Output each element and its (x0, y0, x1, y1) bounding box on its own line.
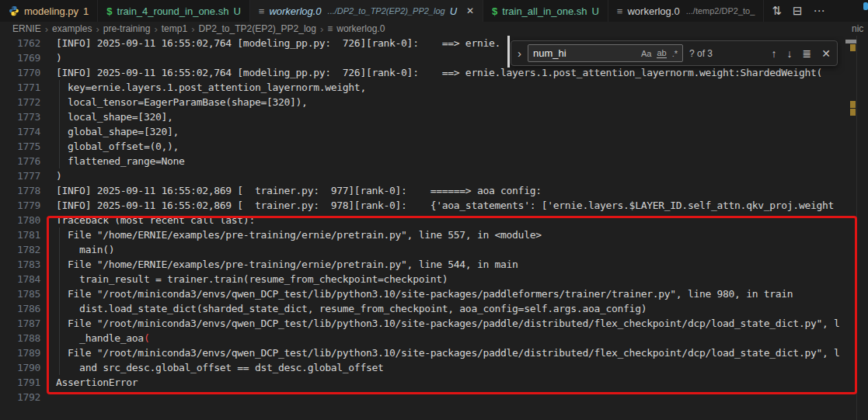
chevron-right-icon: › (320, 23, 323, 35)
log-line-text: and src_desc.global_offset == dst_desc.g… (56, 360, 384, 375)
line-number: 1789 (0, 345, 51, 360)
scrollbar-slider-cap (845, 40, 856, 43)
log-line-text: AssertionError (56, 375, 138, 390)
tab-modeling-py[interactable]: modeling.py 1 (0, 0, 98, 22)
find-input[interactable]: num_hi Aa ab .* (528, 44, 683, 62)
indent-guide (59, 154, 60, 168)
editor-content[interactable]: 1762[INFO] 2025-09-11 16:55:02,764 [mode… (0, 36, 868, 420)
close-icon[interactable]: ✕ (466, 5, 474, 16)
tab-label: workerlog.0 (269, 5, 321, 17)
log-line: 1790 and src_desc.global_offset == dst_d… (0, 360, 868, 375)
search-match-marker (850, 101, 856, 108)
indent-guide (59, 139, 60, 154)
breadcrumb-item[interactable]: temp1 (162, 23, 187, 34)
indent-guide (59, 95, 60, 109)
indent-guide (59, 272, 60, 286)
indent-guide (59, 242, 60, 257)
line-number: 1776 (0, 154, 51, 168)
breadcrumb-item[interactable]: examples (52, 23, 92, 34)
line-number: 1788 (0, 331, 51, 345)
breadcrumb-item[interactable]: ERNIE (12, 23, 41, 34)
breadcrumb-item[interactable]: pre-training (103, 23, 151, 34)
line-number: 1773 (0, 109, 51, 124)
tab-badge: 1 (83, 5, 89, 17)
log-line-text: flattened_range=None (56, 154, 185, 168)
tab-train-all-in-one-sh[interactable]: $ train_all_in_one.sh U (483, 0, 608, 22)
breadcrumb-item[interactable]: DP2_to_TP2(EP2)_PP2_log (198, 23, 315, 34)
editor-lines: 1762[INFO] 2025-09-11 16:55:02,764 [mode… (0, 36, 868, 404)
chevron-right-icon: › (96, 23, 99, 35)
log-line: 1777) (0, 168, 868, 183)
search-match-marker (850, 44, 856, 51)
python-icon (9, 5, 19, 16)
tab-label: train_all_in_one.sh (502, 5, 587, 17)
tab-description: .../DP2_to_TP2(EP2)_PP2_log (328, 6, 445, 16)
line-number: 1772 (0, 95, 51, 109)
line-number: 1782 (0, 242, 51, 257)
editor-actions: ⇅ ⊟ ⋯ (764, 0, 832, 22)
next-match-icon[interactable]: ↓ (787, 48, 793, 59)
log-line: 1780Traceback (most recent call last): (0, 213, 868, 227)
log-line: 1787 File "/root/miniconda3/envs/qwen_DC… (0, 316, 868, 331)
log-line: 1778[INFO] 2025-09-11 16:55:02,869 [ tra… (0, 183, 868, 198)
clipped-text-fragment: nic (852, 23, 863, 34)
tab-badge: U (233, 5, 240, 17)
breadcrumb: ERNIE › examples › pre-training › temp1 … (0, 22, 868, 36)
swap-editors-icon[interactable]: ⇅ (772, 4, 782, 18)
log-line: 1792 (0, 390, 868, 404)
indent-guide (59, 124, 60, 139)
log-line-text: File "/home/ERNIE/examples/pre-training/… (56, 257, 518, 272)
line-number: 1791 (0, 375, 51, 390)
log-line-text: [INFO] 2025-09-11 16:55:02,764 [modeling… (56, 65, 822, 80)
unmatched-bracket: ( (144, 332, 150, 344)
match-case-icon[interactable]: Aa (641, 49, 651, 58)
find-widget-sash[interactable] (507, 36, 510, 68)
log-line: 1788 _handle_aoa( (0, 331, 868, 345)
log-line-text: [INFO] 2025-09-11 16:55:02,764 [modeling… (56, 36, 500, 50)
log-line-text: [INFO] 2025-09-11 16:55:02,869 [ trainer… (56, 183, 542, 198)
log-line-text: File "/home/ERNIE/examples/pre-training/… (56, 227, 542, 242)
line-number: 1777 (0, 168, 51, 183)
tab-workerlog-0-temp2[interactable]: ≡ workerlog.0 .../temp2/DP2_to_ (608, 0, 764, 22)
search-match-marker (850, 109, 856, 116)
log-line-text: local_tensor=EagerParamBase(shape=[320])… (56, 95, 308, 109)
line-number: 1785 (0, 286, 51, 301)
close-icon[interactable]: ✕ (821, 48, 831, 59)
indent-guide (59, 301, 60, 316)
tab-workerlog-0-active[interactable]: ≡ workerlog.0 .../DP2_to_TP2(EP2)_PP2_lo… (250, 0, 483, 22)
tab-train-4-round-in-one-sh[interactable]: $ train_4_round_in_one.sh U (98, 0, 249, 22)
clipped-tab-icon (863, 2, 868, 10)
tab-bar: modeling.py 1 $ train_4_round_in_one.sh … (0, 0, 868, 22)
log-line: 1786 dist.load_state_dict(sharded_state_… (0, 301, 868, 316)
tab-label: train_4_round_in_one.sh (117, 5, 229, 17)
whole-word-icon[interactable]: ab (657, 48, 666, 58)
overview-ruler-scrollbar[interactable] (856, 36, 868, 420)
log-line: 1775 global_offset=(0,), (0, 139, 868, 154)
find-in-selection-icon[interactable]: ≣ (803, 48, 812, 59)
toggle-replace-chevron-icon[interactable]: › (518, 47, 521, 59)
indent-guide (59, 80, 60, 95)
log-line: 1783 File "/home/ERNIE/examples/pre-trai… (0, 257, 868, 272)
line-number: 1781 (0, 227, 51, 242)
line-number: 1780 (0, 213, 51, 227)
line-number: 1775 (0, 139, 51, 154)
line-number: 1770 (0, 65, 51, 80)
log-line: 1789 File "/root/miniconda3/envs/qwen_DC… (0, 345, 868, 360)
indent-guide (59, 331, 60, 345)
tab-badge: U (450, 5, 457, 17)
previous-match-icon[interactable]: ↑ (772, 48, 777, 59)
tab-description: .../temp2/DP2_to_ (686, 6, 755, 16)
log-line: 1791AssertionError (0, 375, 868, 390)
regex-icon[interactable]: .* (672, 49, 678, 58)
line-number: 1787 (0, 316, 51, 331)
shell-script-icon: $ (106, 5, 112, 17)
log-line: 1776 flattened_range=None (0, 154, 868, 168)
more-actions-icon[interactable]: ⋯ (813, 4, 824, 18)
line-number: 1790 (0, 360, 51, 375)
log-line-text: ) (56, 168, 62, 183)
log-line-text: global_offset=(0,), (56, 139, 179, 154)
line-number: 1786 (0, 301, 51, 316)
split-editor-icon[interactable]: ⊟ (793, 4, 803, 18)
log-line-text: File "/root/miniconda3/envs/qwen_DCP_tes… (56, 286, 793, 301)
breadcrumb-file[interactable]: workerlog.0 (336, 23, 385, 34)
